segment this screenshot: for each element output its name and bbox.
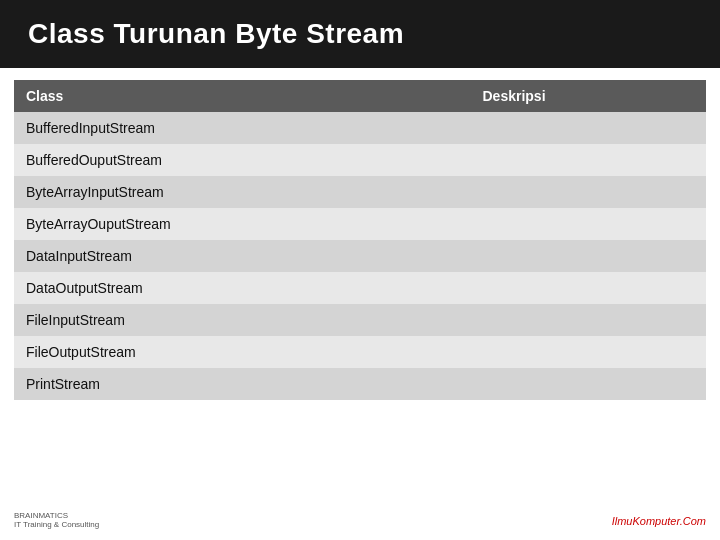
- page-title: Class Turunan Byte Stream: [0, 0, 720, 68]
- class-table: Class Deskripsi BufferedInputStreamBuffe…: [14, 80, 706, 400]
- footer-left: BRAINMATICS IT Training & Consulting: [14, 512, 99, 530]
- main-table-container: Class Deskripsi BufferedInputStreamBuffe…: [14, 80, 706, 400]
- table-row: DataInputStream: [14, 240, 706, 272]
- table-row: ByteArrayOuputStream: [14, 208, 706, 240]
- header-title-text: Class Turunan Byte Stream: [28, 18, 404, 49]
- col-header-class: Class: [14, 80, 471, 112]
- cell-class: PrintStream: [14, 368, 471, 400]
- cell-class: BufferedOuputStream: [14, 144, 471, 176]
- cell-deskripsi: [471, 144, 707, 176]
- footer: BRAINMATICS IT Training & Consulting Ilm…: [0, 512, 720, 530]
- table-body: BufferedInputStreamBufferedOuputStreamBy…: [14, 112, 706, 400]
- table-row: FileOutputStream: [14, 336, 706, 368]
- cell-deskripsi: [471, 112, 707, 144]
- cell-class: BufferedInputStream: [14, 112, 471, 144]
- brainmatics-logo: BRAINMATICS IT Training & Consulting: [14, 512, 99, 530]
- cell-class: ByteArrayOuputStream: [14, 208, 471, 240]
- table-header: Class Deskripsi: [14, 80, 706, 112]
- cell-class: ByteArrayInputStream: [14, 176, 471, 208]
- cell-deskripsi: [471, 176, 707, 208]
- cell-class: DataOutputStream: [14, 272, 471, 304]
- table-row: PrintStream: [14, 368, 706, 400]
- cell-deskripsi: [471, 336, 707, 368]
- footer-right-text: IlmuKomputer.Com: [612, 515, 706, 527]
- table-row: DataOutputStream: [14, 272, 706, 304]
- header-row: Class Deskripsi: [14, 80, 706, 112]
- table-row: BufferedInputStream: [14, 112, 706, 144]
- cell-class: FileInputStream: [14, 304, 471, 336]
- table-row: BufferedOuputStream: [14, 144, 706, 176]
- table-row: FileInputStream: [14, 304, 706, 336]
- cell-deskripsi: [471, 304, 707, 336]
- cell-deskripsi: [471, 368, 707, 400]
- col-header-deskripsi: Deskripsi: [471, 80, 707, 112]
- cell-class: DataInputStream: [14, 240, 471, 272]
- logo-subtitle: IT Training & Consulting: [14, 521, 99, 530]
- cell-deskripsi: [471, 240, 707, 272]
- cell-class: FileOutputStream: [14, 336, 471, 368]
- table-row: ByteArrayInputStream: [14, 176, 706, 208]
- cell-deskripsi: [471, 272, 707, 304]
- cell-deskripsi: [471, 208, 707, 240]
